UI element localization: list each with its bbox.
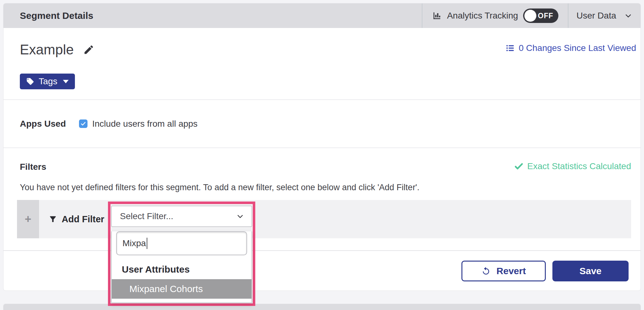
dropdown-group-label: User Attributes [112, 260, 251, 279]
include-all-apps-checkbox[interactable] [79, 119, 88, 128]
tags-button[interactable]: Tags [20, 74, 75, 89]
pencil-icon[interactable] [83, 44, 94, 55]
filter-search-value: Mixpa [122, 238, 146, 248]
segment-name: Example [20, 42, 74, 58]
chevron-down-icon [624, 11, 633, 20]
card-header: Segment Details Analytics Tracking OFF U… [3, 3, 641, 28]
check-icon [514, 162, 523, 171]
analytics-tracking-control: Analytics Tracking OFF [422, 3, 568, 28]
filters-heading: Filters [20, 162, 46, 172]
toggle-knob [524, 10, 536, 22]
footer-actions: Revert Save [3, 250, 641, 291]
apps-used-label: Apps Used [20, 119, 79, 129]
apps-used-section: Apps Used Include users from all apps [3, 99, 641, 147]
caret-down-icon [63, 80, 69, 83]
title-section: Example 0 Changes Since Last Viewed Tags [3, 28, 641, 99]
filter-search-input[interactable]: Mixpa [116, 231, 247, 255]
dropdown-option-mixpanel-cohorts[interactable]: Mixpanel Cohorts [112, 279, 251, 299]
tag-icon [26, 77, 34, 86]
user-data-label: User Data [576, 11, 616, 21]
revert-button-label: Revert [496, 266, 526, 276]
text-cursor [147, 238, 147, 249]
tags-button-label: Tags [39, 76, 57, 86]
toggle-state-label: OFF [538, 12, 553, 20]
funnel-icon [48, 215, 57, 224]
segment-name-row: Example [20, 42, 94, 58]
filter-dropdown-panel: Mixpa User Attributes Mixpanel Cohorts [111, 231, 252, 303]
exact-statistics-status: Exact Statistics Calculated [514, 161, 631, 171]
changes-link-label: 0 Changes Since Last Viewed [519, 43, 636, 53]
revert-button[interactable]: Revert [461, 261, 546, 281]
save-button[interactable]: Save [552, 261, 629, 281]
list-icon [506, 43, 515, 53]
filters-section: Filters Exact Statistics Calculated You … [3, 147, 641, 250]
analytics-tracking-label: Analytics Tracking [447, 11, 518, 21]
header-right: Analytics Tracking OFF User Data [422, 3, 641, 28]
filter-select-placeholder: Select Filter... [120, 211, 173, 221]
revert-arrow-icon [481, 266, 491, 276]
next-card-header-bar [3, 304, 641, 310]
include-all-apps-label: Include users from all apps [92, 119, 198, 129]
analytics-tracking-toggle[interactable]: OFF [523, 8, 558, 23]
page-title: Segment Details [3, 10, 93, 21]
changes-since-last-viewed-link[interactable]: 0 Changes Since Last Viewed [506, 43, 636, 53]
exact-statistics-label: Exact Statistics Calculated [527, 161, 631, 171]
add-filter-plus-button[interactable]: + [17, 200, 39, 238]
chevron-down-icon [236, 212, 245, 221]
bar-chart-icon [432, 11, 442, 21]
filter-select[interactable]: Select Filter... [111, 206, 252, 227]
annotation-highlight-box: Select Filter... Mixpa User Attributes M… [108, 202, 255, 306]
filters-description: You have not yet defined filters for thi… [20, 183, 420, 192]
segment-details-card: Segment Details Analytics Tracking OFF U… [3, 3, 641, 291]
user-data-dropdown[interactable]: User Data [568, 3, 641, 28]
add-filter-label: Add Filter [62, 214, 104, 224]
